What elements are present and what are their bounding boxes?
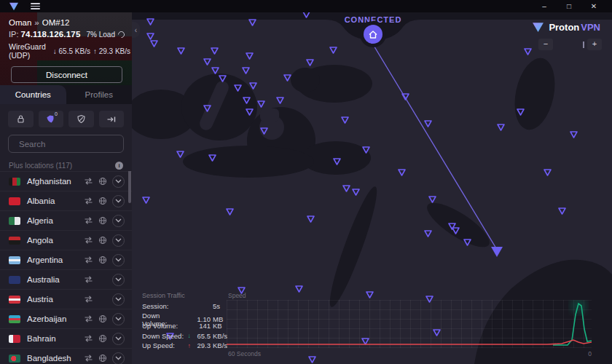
server-marker[interactable] [248,80,258,89]
scrollbar-thumb[interactable] [128,171,131,203]
country-row[interactable]: Algeria [0,210,132,230]
country-row[interactable]: Austria [0,289,132,309]
server-marker[interactable] [259,125,269,134]
map-area[interactable]: CONNECTED ‹ Proton VPN − + Session Traff [132,12,612,364]
server-marker[interactable] [543,167,552,175]
country-row[interactable]: Bahrain [0,328,132,348]
zoom-out-button[interactable]: − [538,39,553,50]
country-row[interactable]: Angola [0,230,132,250]
expand-country-button[interactable] [112,274,125,286]
chevron-down-icon [115,199,122,203]
country-row[interactable]: Azerbaijan [0,309,132,328]
globe-icon [98,314,107,323]
expand-country-button[interactable] [112,175,125,188]
server-marker[interactable] [306,213,315,222]
server-marker[interactable] [245,50,254,59]
server-marker[interactable] [351,186,361,195]
server-marker[interactable] [218,73,227,82]
netshield-button[interactable]: 0 [39,111,64,127]
home-marker[interactable] [364,25,382,44]
expand-country-button[interactable] [112,234,125,247]
zoom-in-button[interactable]: + [587,39,602,50]
tab-profiles[interactable]: Profiles [66,85,133,104]
server-marker[interactable] [256,98,266,107]
disconnect-button[interactable]: Disconnect [11,66,122,83]
server-marker[interactable] [340,114,350,123]
server-marker[interactable] [428,194,437,202]
server-marker[interactable] [463,237,472,245]
search-input[interactable] [19,140,131,149]
server-marker[interactable] [523,46,533,55]
server-marker[interactable] [275,95,285,103]
server-marker[interactable] [176,45,186,54]
proton-logo-icon [9,2,19,11]
brand-logo: Proton VPN [532,22,600,33]
close-button[interactable]: ✕ [581,0,606,12]
netshield-level-badge: 0 [55,111,58,116]
expand-country-button[interactable] [112,352,125,364]
server-marker[interactable] [397,167,407,175]
hamburger-menu-button[interactable] [31,3,40,9]
server-marker[interactable] [245,106,254,115]
server-marker[interactable] [451,225,460,234]
server-marker[interactable] [401,91,410,100]
country-row[interactable]: Australia [0,269,132,289]
tab-countries[interactable]: Countries [0,85,66,104]
stat-value: 141 [192,322,213,330]
server-marker[interactable] [332,156,342,165]
port-forwarding-button[interactable] [99,111,125,127]
expand-country-button[interactable] [112,313,125,325]
expand-country-button[interactable] [112,215,125,227]
stat-label: Session: [142,302,186,310]
server-marker[interactable] [329,44,338,53]
kill-switch-button[interactable] [68,111,94,127]
country-row[interactable]: Albania [0,191,132,210]
expand-country-button[interactable] [112,333,125,345]
server-marker[interactable] [496,122,506,130]
server-marker[interactable] [149,38,159,47]
expand-country-button[interactable] [112,254,125,266]
expand-country-button[interactable] [112,195,125,207]
server-marker[interactable] [203,103,212,111]
server-marker[interactable] [342,183,351,191]
country-row[interactable]: Argentina [0,250,132,269]
swap-arrows-icon [84,256,93,264]
server-marker[interactable] [569,129,578,138]
session-stat-row: Down Volume: 1.10 MB [142,312,233,322]
server-marker[interactable] [146,16,155,25]
server-marker[interactable] [141,194,151,203]
secure-core-button[interactable] [8,111,34,127]
server-marker[interactable] [176,149,185,157]
download-speed: 65.5 KB/s [59,47,90,55]
swap-arrows-icon [84,197,93,205]
server-marker[interactable] [241,65,251,74]
info-icon[interactable]: i [115,162,123,170]
expand-country-button[interactable] [112,293,125,306]
chevron-down-icon [115,179,122,183]
server-marker[interactable] [242,95,251,103]
minimize-button[interactable]: – [532,0,557,12]
globe-icon [98,177,107,186]
server-marker[interactable] [305,57,315,66]
server-marker[interactable] [361,144,371,153]
server-marker[interactable] [225,206,235,215]
server-marker[interactable] [203,56,212,65]
maximize-button[interactable]: □ [557,0,581,12]
country-name: Angola [27,236,53,245]
country-row[interactable]: Bangladesh [0,348,132,364]
country-row[interactable]: Afghanistan [0,171,132,191]
server-marker[interactable] [233,82,243,91]
swap-arrows-icon [84,354,93,363]
server-marker[interactable] [557,205,567,214]
zoom-slider-handle[interactable] [583,41,584,48]
server-marker[interactable] [208,152,217,161]
server-marker[interactable] [423,118,433,127]
server-marker[interactable] [423,228,433,237]
server-marker[interactable] [516,106,525,115]
server-marker[interactable] [283,72,292,81]
sidebar-collapse-button[interactable]: ‹ [132,22,140,38]
server-marker[interactable] [248,17,257,25]
server-marker[interactable] [210,45,219,54]
connected-server-marker[interactable] [491,247,503,257]
ip-label: IP: [9,30,18,39]
